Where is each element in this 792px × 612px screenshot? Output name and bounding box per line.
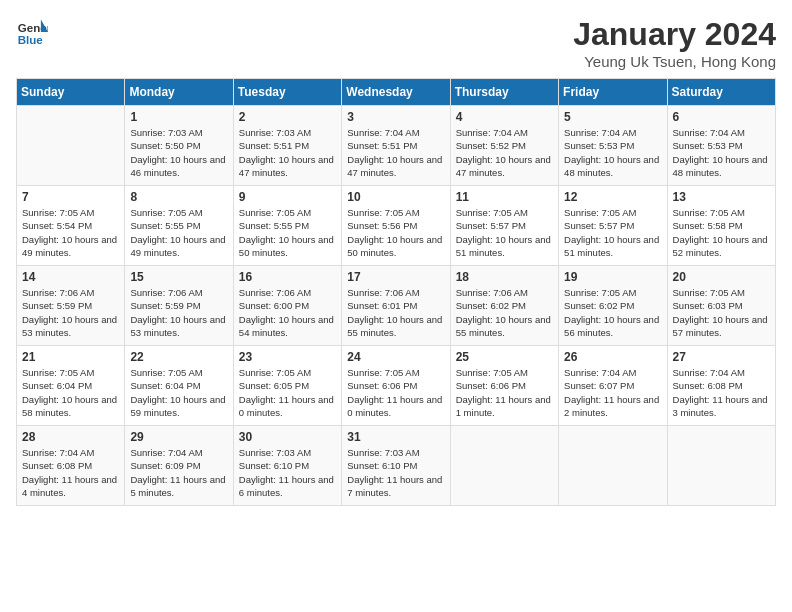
cell-info: Sunrise: 7:06 AMSunset: 5:59 PMDaylight:… [22,286,119,339]
calendar-cell: 6Sunrise: 7:04 AMSunset: 5:53 PMDaylight… [667,106,775,186]
day-number: 20 [673,270,770,284]
cell-info: Sunrise: 7:05 AMSunset: 5:57 PMDaylight:… [456,206,553,259]
day-number: 9 [239,190,336,204]
column-header-saturday: Saturday [667,79,775,106]
cell-info: Sunrise: 7:06 AMSunset: 5:59 PMDaylight:… [130,286,227,339]
cell-info: Sunrise: 7:03 AMSunset: 6:10 PMDaylight:… [239,446,336,499]
calendar-cell: 25Sunrise: 7:05 AMSunset: 6:06 PMDayligh… [450,346,558,426]
cell-info: Sunrise: 7:04 AMSunset: 6:08 PMDaylight:… [22,446,119,499]
calendar-cell: 12Sunrise: 7:05 AMSunset: 5:57 PMDayligh… [559,186,667,266]
page-header: General Blue January 2024 Yeung Uk Tsuen… [16,16,776,70]
day-number: 28 [22,430,119,444]
day-number: 6 [673,110,770,124]
day-number: 24 [347,350,444,364]
cell-info: Sunrise: 7:05 AMSunset: 5:54 PMDaylight:… [22,206,119,259]
calendar-week-row: 28Sunrise: 7:04 AMSunset: 6:08 PMDayligh… [17,426,776,506]
calendar-cell: 15Sunrise: 7:06 AMSunset: 5:59 PMDayligh… [125,266,233,346]
day-number: 26 [564,350,661,364]
day-number: 14 [22,270,119,284]
calendar-week-row: 14Sunrise: 7:06 AMSunset: 5:59 PMDayligh… [17,266,776,346]
cell-info: Sunrise: 7:05 AMSunset: 6:05 PMDaylight:… [239,366,336,419]
column-header-sunday: Sunday [17,79,125,106]
calendar-cell: 9Sunrise: 7:05 AMSunset: 5:55 PMDaylight… [233,186,341,266]
cell-info: Sunrise: 7:04 AMSunset: 5:52 PMDaylight:… [456,126,553,179]
calendar-cell: 1Sunrise: 7:03 AMSunset: 5:50 PMDaylight… [125,106,233,186]
day-number: 17 [347,270,444,284]
day-number: 16 [239,270,336,284]
calendar-cell [450,426,558,506]
calendar-cell: 27Sunrise: 7:04 AMSunset: 6:08 PMDayligh… [667,346,775,426]
cell-info: Sunrise: 7:04 AMSunset: 6:07 PMDaylight:… [564,366,661,419]
svg-text:Blue: Blue [18,34,44,46]
column-header-friday: Friday [559,79,667,106]
calendar-cell: 10Sunrise: 7:05 AMSunset: 5:56 PMDayligh… [342,186,450,266]
calendar-cell: 8Sunrise: 7:05 AMSunset: 5:55 PMDaylight… [125,186,233,266]
calendar-cell: 5Sunrise: 7:04 AMSunset: 5:53 PMDaylight… [559,106,667,186]
calendar-cell: 22Sunrise: 7:05 AMSunset: 6:04 PMDayligh… [125,346,233,426]
day-number: 23 [239,350,336,364]
calendar-cell: 20Sunrise: 7:05 AMSunset: 6:03 PMDayligh… [667,266,775,346]
cell-info: Sunrise: 7:06 AMSunset: 6:01 PMDaylight:… [347,286,444,339]
calendar-cell: 31Sunrise: 7:03 AMSunset: 6:10 PMDayligh… [342,426,450,506]
day-number: 12 [564,190,661,204]
calendar-cell: 2Sunrise: 7:03 AMSunset: 5:51 PMDaylight… [233,106,341,186]
column-header-wednesday: Wednesday [342,79,450,106]
cell-info: Sunrise: 7:05 AMSunset: 5:57 PMDaylight:… [564,206,661,259]
day-number: 15 [130,270,227,284]
calendar-header-row: SundayMondayTuesdayWednesdayThursdayFrid… [17,79,776,106]
calendar-cell: 30Sunrise: 7:03 AMSunset: 6:10 PMDayligh… [233,426,341,506]
day-number: 25 [456,350,553,364]
calendar-cell: 23Sunrise: 7:05 AMSunset: 6:05 PMDayligh… [233,346,341,426]
cell-info: Sunrise: 7:03 AMSunset: 5:51 PMDaylight:… [239,126,336,179]
cell-info: Sunrise: 7:05 AMSunset: 6:06 PMDaylight:… [456,366,553,419]
calendar-week-row: 21Sunrise: 7:05 AMSunset: 6:04 PMDayligh… [17,346,776,426]
calendar-cell: 18Sunrise: 7:06 AMSunset: 6:02 PMDayligh… [450,266,558,346]
calendar-week-row: 7Sunrise: 7:05 AMSunset: 5:54 PMDaylight… [17,186,776,266]
day-number: 21 [22,350,119,364]
cell-info: Sunrise: 7:04 AMSunset: 5:53 PMDaylight:… [673,126,770,179]
calendar-cell [17,106,125,186]
cell-info: Sunrise: 7:05 AMSunset: 6:02 PMDaylight:… [564,286,661,339]
cell-info: Sunrise: 7:05 AMSunset: 5:55 PMDaylight:… [130,206,227,259]
calendar-cell: 26Sunrise: 7:04 AMSunset: 6:07 PMDayligh… [559,346,667,426]
calendar-cell: 7Sunrise: 7:05 AMSunset: 5:54 PMDaylight… [17,186,125,266]
day-number: 13 [673,190,770,204]
cell-info: Sunrise: 7:06 AMSunset: 6:00 PMDaylight:… [239,286,336,339]
cell-info: Sunrise: 7:05 AMSunset: 6:04 PMDaylight:… [22,366,119,419]
cell-info: Sunrise: 7:05 AMSunset: 5:58 PMDaylight:… [673,206,770,259]
title-block: January 2024 Yeung Uk Tsuen, Hong Kong [573,16,776,70]
day-number: 19 [564,270,661,284]
day-number: 11 [456,190,553,204]
day-number: 22 [130,350,227,364]
day-number: 30 [239,430,336,444]
calendar-cell: 4Sunrise: 7:04 AMSunset: 5:52 PMDaylight… [450,106,558,186]
calendar-cell: 24Sunrise: 7:05 AMSunset: 6:06 PMDayligh… [342,346,450,426]
calendar-cell: 3Sunrise: 7:04 AMSunset: 5:51 PMDaylight… [342,106,450,186]
day-number: 27 [673,350,770,364]
day-number: 18 [456,270,553,284]
day-number: 7 [22,190,119,204]
column-header-tuesday: Tuesday [233,79,341,106]
cell-info: Sunrise: 7:05 AMSunset: 6:06 PMDaylight:… [347,366,444,419]
cell-info: Sunrise: 7:04 AMSunset: 5:51 PMDaylight:… [347,126,444,179]
cell-info: Sunrise: 7:06 AMSunset: 6:02 PMDaylight:… [456,286,553,339]
column-header-monday: Monday [125,79,233,106]
calendar-body: 1Sunrise: 7:03 AMSunset: 5:50 PMDaylight… [17,106,776,506]
day-number: 10 [347,190,444,204]
calendar-cell [559,426,667,506]
cell-info: Sunrise: 7:03 AMSunset: 5:50 PMDaylight:… [130,126,227,179]
column-header-thursday: Thursday [450,79,558,106]
calendar-cell: 21Sunrise: 7:05 AMSunset: 6:04 PMDayligh… [17,346,125,426]
day-number: 1 [130,110,227,124]
calendar-cell: 17Sunrise: 7:06 AMSunset: 6:01 PMDayligh… [342,266,450,346]
day-number: 5 [564,110,661,124]
cell-info: Sunrise: 7:04 AMSunset: 6:08 PMDaylight:… [673,366,770,419]
cell-info: Sunrise: 7:04 AMSunset: 5:53 PMDaylight:… [564,126,661,179]
calendar-cell: 11Sunrise: 7:05 AMSunset: 5:57 PMDayligh… [450,186,558,266]
calendar-cell: 19Sunrise: 7:05 AMSunset: 6:02 PMDayligh… [559,266,667,346]
cell-info: Sunrise: 7:03 AMSunset: 6:10 PMDaylight:… [347,446,444,499]
logo-icon: General Blue [16,16,48,48]
day-number: 31 [347,430,444,444]
cell-info: Sunrise: 7:05 AMSunset: 5:55 PMDaylight:… [239,206,336,259]
cell-info: Sunrise: 7:05 AMSunset: 6:03 PMDaylight:… [673,286,770,339]
